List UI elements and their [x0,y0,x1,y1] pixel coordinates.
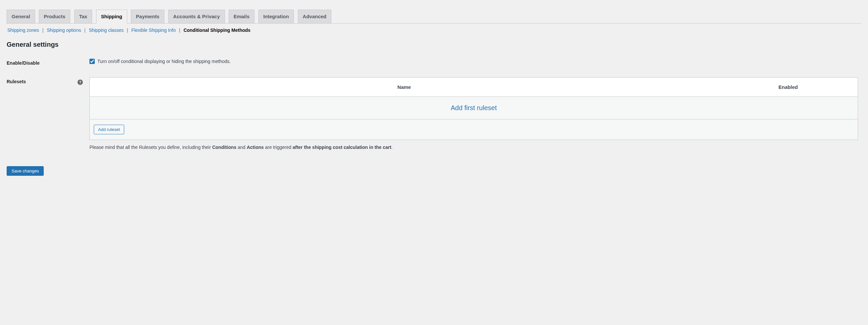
tab-products[interactable]: Products [39,10,70,24]
note-text: are triggered [264,145,292,150]
subnav-separator: | [126,28,129,33]
tab-accounts-privacy[interactable]: Accounts & Privacy [168,10,225,24]
note-text: and [237,145,247,150]
subnav-conditional-shipping-methods[interactable]: Conditional Shipping Methods [183,28,251,33]
tab-advanced[interactable]: Advanced [298,10,332,24]
add-first-ruleset-link[interactable]: Add first ruleset [451,104,497,112]
tab-tax[interactable]: Tax [74,10,92,24]
save-changes-button[interactable]: Save changes [7,166,44,176]
rulesets-note: Please mind that all the Rulesets you de… [89,145,858,150]
add-ruleset-button[interactable]: Add ruleset [94,125,124,134]
settings-form: Enable/Disable Turn on/off conditional d… [7,54,861,155]
enable-disable-label: Enable/Disable [7,54,86,72]
section-title: General settings [7,41,861,49]
rulesets-table: Name Enabled Add first ruleset Add rules… [89,77,858,140]
tab-general[interactable]: General [7,10,35,24]
subnav-separator: | [178,28,182,33]
enable-disable-field[interactable]: Turn on/off conditional displaying or hi… [89,59,230,64]
rulesets-header: Name Enabled [90,78,858,97]
subnav-shipping-zones[interactable]: Shipping zones [7,28,40,33]
rulesets-empty-row: Add first ruleset [90,97,858,119]
subnav-separator: | [83,28,87,33]
enable-disable-description: Turn on/off conditional displaying or hi… [97,59,230,64]
note-strong-conditions: Conditions [212,145,236,150]
note-strong-actions: Actions [247,145,264,150]
note-text: . [391,145,393,150]
subnav-shipping-classes[interactable]: Shipping classes [88,28,124,33]
rulesets-footer: Add ruleset [90,119,858,140]
tab-shipping[interactable]: Shipping [96,10,127,24]
settings-tabs: General Products Tax Shipping Payments A… [7,7,861,24]
help-icon[interactable]: ? [78,80,83,85]
rulesets-label: Rulesets [7,79,26,84]
tab-payments[interactable]: Payments [131,10,164,24]
column-name: Name [90,78,719,96]
subnav-flexible-shipping-info[interactable]: Flexible Shipping Info [131,28,177,33]
tab-emails[interactable]: Emails [228,10,254,24]
subnav-shipping-options[interactable]: Shipping options [46,28,82,33]
enable-disable-checkbox[interactable] [89,59,95,64]
column-enabled: Enabled [719,78,858,96]
note-strong-after: after the shipping cost calculation in t… [292,145,391,150]
subnav-separator: | [41,28,45,33]
shipping-subnav: Shipping zones | Shipping options | Ship… [7,24,861,33]
note-text: Please mind that all the Rulesets you de… [89,145,212,150]
tab-integration[interactable]: Integration [258,10,294,24]
